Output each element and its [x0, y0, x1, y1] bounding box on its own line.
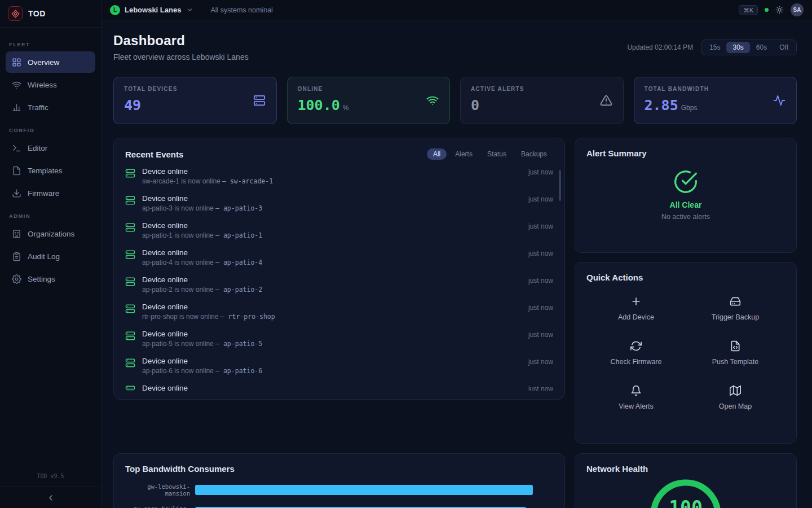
event-detail: ap-patio-3 is now online — ap-patio-3	[142, 204, 522, 212]
page-title: Dashboard	[113, 33, 249, 49]
event-device-name: — ap-patio-5	[215, 340, 262, 348]
refresh-option-30s[interactable]: 30s	[726, 42, 749, 53]
event-list-item[interactable]: Device online ap-patio-2 is now online —…	[125, 275, 553, 303]
event-title: Device online	[142, 167, 522, 176]
bandwidth-panel: Top Bandwidth Consumers gw-lebowski-mans…	[113, 453, 565, 508]
event-device-name: — rtr-pro-shop	[220, 313, 275, 321]
server-icon	[125, 248, 135, 260]
hard-drive-icon	[730, 296, 741, 307]
event-device-name: — ap-patio-2	[215, 286, 262, 294]
filter-backups[interactable]: Backups	[515, 148, 553, 160]
sidebar-header: TOD	[0, 0, 101, 28]
quick-action-push-template[interactable]: Push Template	[686, 340, 785, 366]
sidebar-item-firmware[interactable]: Firmware	[6, 182, 95, 204]
app-version: TOD v9.5	[0, 473, 101, 479]
sidebar-item-label: Editor	[28, 144, 47, 152]
sidebar-item-label: Settings	[28, 275, 55, 283]
wifi-icon	[426, 94, 439, 107]
event-list-item[interactable]: Device online sw-arcade-1 is now online …	[125, 167, 553, 194]
network-health-title: Network Health	[586, 464, 785, 474]
sidebar-item-label: Traffic	[28, 103, 48, 112]
sidebar-item-traffic[interactable]: Traffic	[6, 97, 95, 118]
stat-label: ACTIVE ALERTS	[471, 86, 613, 92]
health-gauge-value: 100	[649, 478, 722, 508]
sidebar-item-label: Firmware	[28, 189, 59, 198]
event-detail: ap-patio-4 is now online — ap-patio-4	[142, 259, 522, 266]
stat-label: TOTAL DEVICES	[124, 86, 266, 92]
network-health-panel: Network Health 100	[575, 453, 797, 508]
event-list-item[interactable]: Device online ap-patio-4 is now online —…	[125, 248, 553, 275]
event-time: just now	[528, 330, 553, 339]
plus-icon	[630, 296, 642, 307]
chevron-down-icon	[186, 6, 193, 14]
server-icon	[125, 275, 135, 287]
sidebar-item-editor[interactable]: Editor	[6, 137, 95, 159]
events-scrollbar[interactable]	[559, 170, 561, 201]
sidebar: TOD FLEET Overview Wireless Traffic CONF…	[0, 0, 102, 508]
sidebar-item-wireless[interactable]: Wireless	[6, 74, 95, 95]
stat-card-total-bandwidth: TOTAL BANDWIDTH 2.85Gbps	[634, 77, 797, 124]
sidebar-item-label: Templates	[28, 167, 63, 175]
system-status-text: All systems nominal	[210, 6, 272, 14]
bandwidth-bar-track	[195, 485, 553, 495]
alert-summary-title: Alert Summary	[586, 148, 785, 158]
terminal-icon	[12, 143, 21, 153]
event-list-item[interactable]: Device online rtr-pro-shop is now online…	[125, 303, 553, 330]
page-header: Dashboard Fleet overview across Lebowski…	[113, 33, 797, 62]
bandwidth-bar-row: sw-core-bowling-alley	[125, 505, 553, 508]
bar-chart-icon	[12, 103, 21, 112]
refresh-option-off[interactable]: Off	[773, 42, 795, 53]
refresh-option-15s[interactable]: 15s	[703, 42, 726, 53]
event-detail: ap-patio-5 is now online — ap-patio-5	[142, 340, 522, 348]
event-detail: ap-patio-6 is now online — ap-patio-6	[142, 367, 522, 375]
quick-action-add-device[interactable]: Add Device	[586, 296, 686, 321]
refresh-option-60s[interactable]: 60s	[750, 42, 773, 53]
event-list-item[interactable]: Device online ap-patio-5 is now online —…	[125, 330, 553, 357]
sun-icon[interactable]	[775, 6, 784, 14]
event-title: Device online	[142, 221, 522, 230]
user-avatar[interactable]: SA	[791, 3, 804, 16]
clipboard-icon	[12, 252, 21, 261]
event-list-item[interactable]: Device online just now	[125, 384, 553, 391]
event-time: just now	[528, 194, 553, 203]
event-title: Device online	[142, 248, 522, 257]
quick-action-trigger-backup[interactable]: Trigger Backup	[686, 296, 785, 321]
event-time: just now	[528, 384, 553, 391]
server-icon	[125, 357, 135, 368]
event-list-item[interactable]: Device online ap-patio-3 is now online —…	[125, 194, 553, 221]
sidebar-item-settings[interactable]: Settings	[6, 268, 95, 290]
stat-cards: TOTAL DEVICES 49 ONLINE 100.0% ACTIVE AL…	[113, 77, 797, 124]
updated-timestamp: Updated 02:00:14 PM	[627, 43, 693, 51]
gear-icon	[12, 274, 21, 284]
org-avatar: L	[110, 5, 120, 15]
sidebar-item-audit-log[interactable]: Audit Log	[6, 246, 95, 267]
sidebar-item-overview[interactable]: Overview	[6, 51, 95, 73]
app-logo-icon	[8, 6, 23, 21]
stat-value: 49	[124, 97, 141, 113]
server-icon	[125, 194, 135, 205]
quick-action-check-firmware[interactable]: Check Firmware	[586, 340, 686, 366]
file-icon	[12, 166, 21, 176]
alert-triangle-icon	[600, 94, 612, 107]
event-list-item[interactable]: Device online ap-patio-1 is now online —…	[125, 221, 553, 248]
org-name: Lebowski Lanes	[125, 6, 181, 14]
event-detail: ap-patio-1 is now online — ap-patio-1	[142, 231, 522, 239]
event-list-item[interactable]: Device online ap-patio-6 is now online —…	[125, 357, 553, 384]
filter-all[interactable]: All	[427, 148, 447, 160]
stat-value: 2.85	[645, 97, 678, 113]
filter-alerts[interactable]: Alerts	[449, 148, 479, 160]
sidebar-collapse-button[interactable]	[0, 487, 101, 508]
recent-events-panel: Recent Events All Alerts Status Backups …	[113, 138, 565, 400]
sidebar-item-organizations[interactable]: Organizations	[6, 223, 95, 244]
command-palette-shortcut[interactable]: ⌘K	[739, 5, 758, 15]
event-title: Device online	[142, 303, 522, 311]
sidebar-item-templates[interactable]: Templates	[6, 160, 95, 181]
quick-action-open-map[interactable]: Open Map	[686, 385, 785, 410]
sidebar-nav: FLEET Overview Wireless Traffic CONFIG E…	[0, 28, 101, 291]
nav-section-config: CONFIG	[9, 127, 92, 133]
sidebar-item-label: Wireless	[28, 81, 57, 89]
quick-action-view-alerts[interactable]: View Alerts	[586, 385, 686, 410]
filter-status[interactable]: Status	[481, 148, 513, 160]
org-switcher[interactable]: L Lebowski Lanes	[110, 5, 193, 15]
stat-card-online: ONLINE 100.0%	[287, 77, 451, 124]
